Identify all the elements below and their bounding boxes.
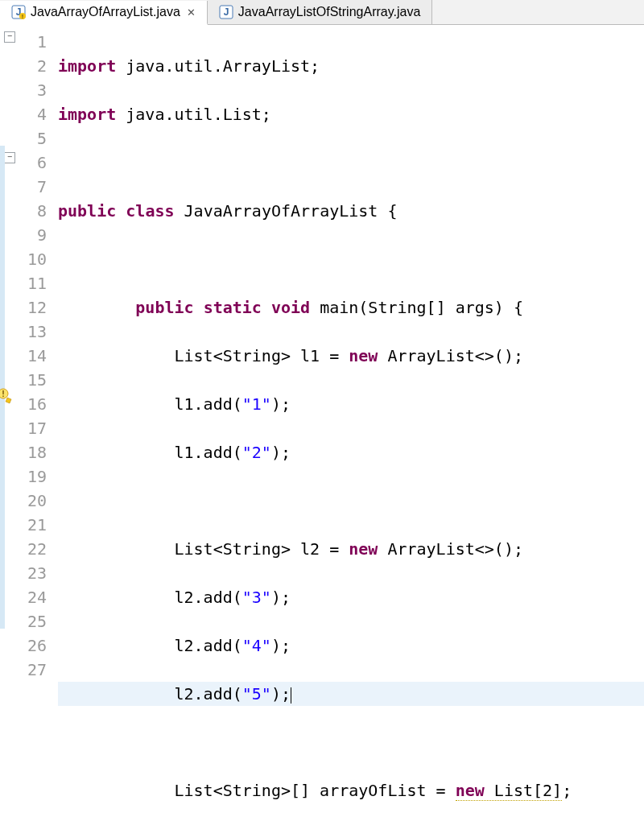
- line-number: 17: [19, 416, 50, 440]
- line-number: 21: [19, 513, 50, 537]
- line-number: 8: [19, 199, 50, 223]
- line-number: 26: [19, 633, 50, 658]
- line-number: 25: [19, 609, 50, 633]
- svg-text:!: !: [22, 14, 23, 19]
- line-number: 9: [19, 223, 50, 247]
- svg-text:J: J: [224, 6, 229, 18]
- line-number: 6: [19, 151, 50, 175]
- fold-collapse-icon[interactable]: −: [4, 152, 15, 163]
- close-icon[interactable]: ✕: [187, 6, 196, 19]
- line-number: 16: [19, 392, 50, 416]
- svg-text:!: !: [1, 390, 6, 398]
- line-number-gutter: 1 2 3 4 5 6 7 8 9 10 11 12 13 14 15 16 1…: [19, 25, 53, 817]
- marker-strip: − − !: [0, 25, 19, 817]
- line-number: 24: [19, 585, 50, 609]
- code-editor[interactable]: − − ! 1 2 3 4 5 6 7 8: [0, 25, 644, 817]
- java-file-warning-icon: J!: [11, 5, 26, 19]
- line-number: 19: [19, 464, 50, 489]
- line-number: 13: [19, 320, 50, 344]
- line-number: 23: [19, 561, 50, 585]
- line-number: 20: [19, 489, 50, 513]
- line-number: 2: [19, 54, 50, 78]
- fold-collapse-icon[interactable]: −: [4, 31, 15, 43]
- tab-label: JavaArrayListOfStringArray.java: [238, 5, 420, 19]
- line-number: 15: [19, 368, 50, 392]
- tab-label: JavaArrayOfArrayList.java: [31, 5, 180, 19]
- line-number: 11: [19, 271, 50, 295]
- line-number: 4: [19, 102, 50, 126]
- warning-quickfix-icon[interactable]: !: [0, 387, 14, 405]
- code-area[interactable]: import java.util.ArrayList; import java.…: [53, 25, 644, 817]
- line-number: 22: [19, 537, 50, 561]
- line-number: 1: [19, 30, 50, 54]
- line-number: 5: [19, 126, 50, 151]
- line-number: 14: [19, 344, 50, 368]
- line-number: 7: [19, 175, 50, 199]
- line-number: 12: [19, 295, 50, 320]
- line-number: 27: [19, 658, 50, 682]
- line-number: 3: [19, 78, 50, 102]
- line-number: 18: [19, 440, 50, 464]
- tab-java-arraylist-of-string-array[interactable]: J JavaArrayListOfStringArray.java: [208, 0, 432, 24]
- editor-tab-bar: J! JavaArrayOfArrayList.java ✕ J JavaArr…: [0, 0, 644, 25]
- line-number: 10: [19, 247, 50, 271]
- java-file-icon: J: [219, 5, 233, 19]
- tab-java-array-of-arraylist[interactable]: J! JavaArrayOfArrayList.java ✕: [0, 1, 208, 25]
- text-cursor: [291, 687, 291, 704]
